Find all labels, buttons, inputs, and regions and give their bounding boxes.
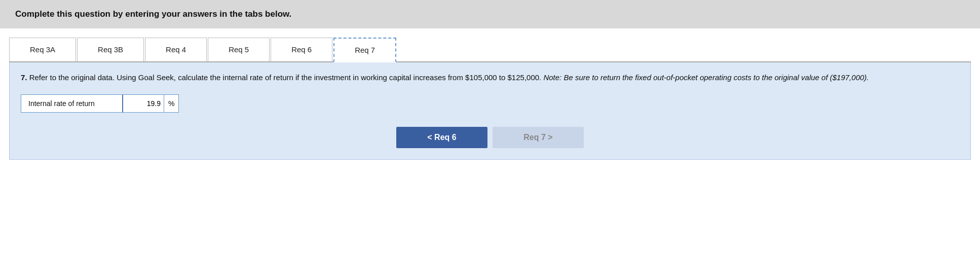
question-body: Refer to the original data. Using Goal S…	[27, 73, 542, 82]
prev-button[interactable]: < Req 6	[396, 127, 487, 148]
tab-req6[interactable]: Req 6	[271, 38, 332, 61]
question-note: Note: Be sure to return the fixed out-of…	[543, 73, 869, 82]
irr-input[interactable]	[123, 95, 164, 112]
tab-req3a[interactable]: Req 3A	[9, 38, 76, 61]
answer-input-cell[interactable]	[122, 94, 164, 113]
tabs-container: Req 3A Req 3B Req 4 Req 5 Req 6 Req 7	[9, 38, 971, 62]
content-area: 7. Refer to the original data. Using Goa…	[9, 62, 971, 160]
question-number: 7.	[21, 73, 27, 82]
question-text: 7. Refer to the original data. Using Goa…	[21, 72, 959, 83]
answer-label: Internal rate of return	[21, 94, 122, 113]
nav-buttons: < Req 6 Req 7 >	[21, 127, 959, 148]
answer-row: Internal rate of return %	[21, 94, 959, 113]
tab-req3b[interactable]: Req 3B	[77, 38, 144, 61]
header-bar: Complete this question by entering your …	[0, 0, 980, 28]
tab-req7[interactable]: Req 7	[333, 38, 396, 62]
next-button[interactable]: Req 7 >	[493, 127, 584, 148]
tab-req5[interactable]: Req 5	[208, 38, 270, 61]
percent-label: %	[164, 94, 179, 113]
header-text: Complete this question by entering your …	[15, 9, 291, 19]
tab-req4[interactable]: Req 4	[145, 38, 207, 61]
